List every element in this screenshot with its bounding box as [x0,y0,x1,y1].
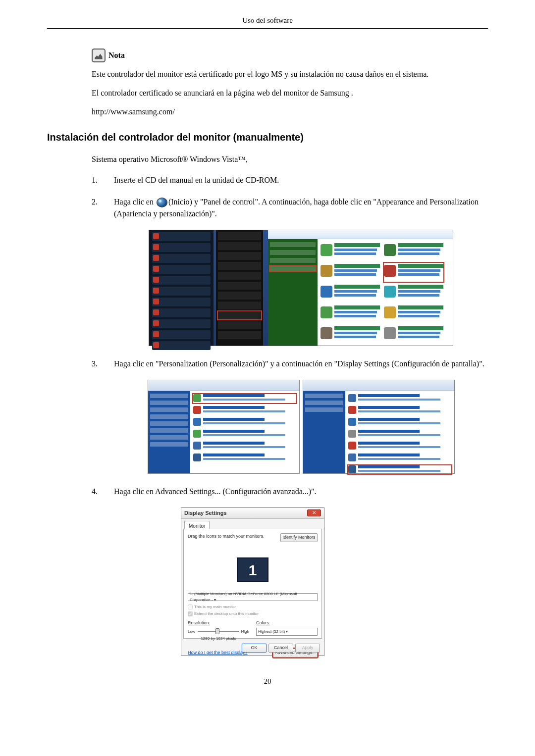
ok-button[interactable]: OK [242,644,267,653]
personalization-item [193,394,296,403]
appearance-panel [148,380,300,474]
control-panel-item [218,311,261,319]
screenshot-personalization [148,380,455,474]
page-header: Uso del software [47,15,488,26]
display-settings-item [348,465,451,474]
control-panel-window [268,230,453,346]
appearance-personalization-category [384,263,443,282]
note-p1: Este controlador del monitor está certif… [92,68,488,80]
slider-high: High [241,629,249,635]
step-2: Haga clic en (Inicio) y "Panel de contro… [92,196,488,346]
note-heading: Nota [92,49,488,62]
colors-select[interactable]: Highest (32 bit) ▾ [256,628,318,636]
note-p2: El controlador certificado se anunciará … [92,87,488,99]
step-4: Haga clic en Advanced Settings... (Confi… [92,486,488,656]
page-number: 20 [47,676,488,687]
step-2-text-a: Haga clic en [114,198,156,206]
identify-monitors-button[interactable]: Identify Monitors [280,533,318,542]
apply-button[interactable]: Apply [295,644,320,653]
header-rule [47,28,488,29]
slider-low: Low [188,629,195,635]
note-block: Nota Este controlador del monitor está c… [92,49,488,118]
monitor-1-preview[interactable]: 1 [237,557,268,582]
screenshot-start-control-panel [149,230,453,346]
note-label: Nota [108,50,125,61]
resolution-label: Resolution: [188,620,249,627]
help-link[interactable]: How do I get the best display? [188,650,248,656]
section-heading: Instalación del controlador del monitor … [47,130,488,145]
dialog-body: Drag the icons to match your monitors. I… [183,529,322,639]
dialog-buttons: OK Cancel Apply [242,644,320,653]
extend-desktop-checkbox[interactable]: Extend the desktop onto this monitor [188,611,318,617]
resolution-value: 1280 by 1024 pixels [188,636,249,642]
resolution-slider[interactable]: Low High [188,628,249,635]
step-3-text: Haga clic en "Personalization (Personali… [114,359,484,368]
section-intro: Sistema operativo Microsoft® Windows Vis… [92,153,488,165]
recent-task-highlight [270,266,316,271]
start-menu-left [149,230,214,346]
step-4-text: Haga clic en Advanced Settings... (Confi… [114,487,317,496]
step-1-text: Inserte el CD del manual en la unidad de… [114,176,279,184]
step-1: Inserte el CD del manual en la unidad de… [92,174,488,186]
dialog-titlebar: Display Settings ✕ [181,508,324,519]
colors-label: Colors: [256,620,318,627]
main-monitor-checkbox[interactable]: This is my main monitor [188,604,318,610]
close-icon[interactable]: ✕ [307,509,321,516]
monitor-select[interactable]: 1. (Multiple Monitors) on NVIDIA GeForce… [188,593,318,601]
start-orb-icon [157,198,167,207]
note-url: http://www.samsung.com/ [92,106,488,118]
dialog-title: Display Settings [184,509,227,517]
cancel-button[interactable]: Cancel [268,644,293,653]
monitor-preview-area: 1 [208,553,297,587]
step-2-text-b: (Inicio) y "Panel de control". A continu… [114,198,479,218]
screenshot-display-settings: Display Settings ✕ Monitor Drag the icon… [181,507,324,656]
note-icon [92,49,106,62]
personalization-panel [303,380,455,474]
start-menu-right [216,230,263,346]
step-3: Haga clic en "Personalization (Personali… [92,358,488,474]
steps-list: Inserte el CD del manual en la unidad de… [92,174,488,656]
